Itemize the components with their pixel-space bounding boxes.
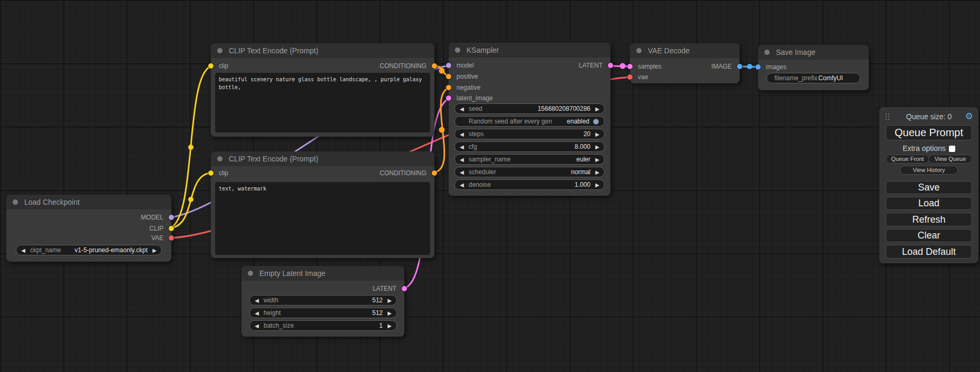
node-title-bar[interactable]: Empty Latent Image	[241, 266, 404, 281]
decrement-arrow-icon[interactable]: ◀	[16, 247, 30, 253]
collapse-dot-icon[interactable]	[636, 48, 642, 53]
negative-input-dot[interactable]	[446, 85, 451, 90]
filename-prefix-widget[interactable]: filename_prefix ComfyUI	[766, 73, 860, 83]
node-title-bar[interactable]: VAE Decode	[630, 43, 740, 58]
refresh-button[interactable]: Refresh	[886, 213, 972, 226]
prompt-textarea[interactable]: beautiful scenery nature glass bottle la…	[215, 73, 430, 132]
positive-input-dot[interactable]	[446, 74, 451, 79]
increment-arrow-icon[interactable]: ▶	[148, 247, 161, 253]
conditioning-output-dot[interactable]	[432, 63, 437, 69]
samples-input-dot[interactable]	[627, 64, 633, 69]
load-default-button[interactable]: Load Default	[886, 245, 972, 259]
link-dot-negative[interactable]	[439, 127, 445, 133]
output-model: MODEL	[6, 212, 171, 223]
random-seed-toggle-widget[interactable]: Random seed after every gen enabled	[454, 116, 605, 127]
decrement-arrow-icon[interactable]: ◀	[455, 169, 469, 175]
clear-button[interactable]: Clear	[886, 229, 972, 242]
link-dot-clip1[interactable]	[188, 145, 193, 150]
extra-options-checkbox[interactable]	[949, 146, 955, 152]
node-title-bar[interactable]: KSampler	[449, 43, 610, 58]
latent-image-input-dot[interactable]	[446, 96, 451, 101]
queue-front-button[interactable]: Queue Front	[886, 155, 929, 164]
increment-arrow-icon[interactable]: ▶	[590, 169, 604, 175]
node-title: VAE Decode	[648, 46, 690, 55]
increment-arrow-icon[interactable]: ▶	[383, 298, 396, 303]
seed-widget[interactable]: ◀ seed 156680208700286 ▶	[454, 103, 605, 114]
node-clip-encode-positive[interactable]: CLIP Text Encode (Prompt) clip CONDITION…	[211, 43, 434, 137]
image-output-dot[interactable]	[737, 64, 742, 69]
collapse-dot-icon[interactable]	[217, 48, 222, 53]
collapse-dot-icon[interactable]	[13, 199, 18, 205]
link-dot-latent[interactable]	[620, 63, 626, 69]
increment-arrow-icon[interactable]: ▶	[590, 182, 604, 188]
node-vae-decode[interactable]: VAE Decode samples IMAGE vae	[630, 43, 740, 83]
slot-row-images: images	[758, 62, 869, 72]
node-title-bar[interactable]: CLIP Text Encode (Prompt)	[211, 151, 434, 166]
latent-output-dot[interactable]	[402, 286, 407, 291]
vae-output-dot[interactable]	[169, 235, 174, 241]
increment-arrow-icon[interactable]: ▶	[383, 323, 396, 329]
queue-panel-header: Queue size: 0 ⚙	[879, 111, 978, 122]
node-empty-latent-image[interactable]: Empty Latent Image LATENT ◀ width 512 ▶ …	[241, 266, 404, 337]
node-load-checkpoint[interactable]: Load Checkpoint MODEL CLIP VAE ◀ ckpt_na…	[6, 195, 171, 262]
increment-arrow-icon[interactable]: ▶	[590, 106, 604, 112]
decrement-arrow-icon[interactable]: ◀	[250, 298, 264, 303]
collapse-dot-icon[interactable]	[217, 156, 222, 161]
output-latent: LATENT	[241, 283, 404, 294]
decrement-arrow-icon[interactable]: ◀	[455, 131, 469, 137]
extra-options-label: Extra options	[903, 144, 946, 152]
clip-input-dot[interactable]	[208, 63, 214, 69]
increment-arrow-icon[interactable]: ▶	[590, 131, 604, 137]
drag-handle-icon[interactable]	[886, 113, 890, 120]
save-button[interactable]: Save	[886, 181, 972, 194]
slot-row-model: model LATENT	[449, 60, 610, 71]
steps-widget[interactable]: ◀ steps 20 ▶	[454, 129, 605, 139]
decrement-arrow-icon[interactable]: ◀	[250, 323, 264, 329]
decrement-arrow-icon[interactable]: ◀	[250, 310, 264, 316]
decrement-arrow-icon[interactable]: ◀	[455, 106, 469, 112]
node-title-bar[interactable]: Save Image	[758, 45, 869, 60]
model-output-dot[interactable]	[169, 215, 174, 220]
increment-arrow-icon[interactable]: ▶	[590, 144, 604, 150]
width-widget[interactable]: ◀ width 512 ▶	[249, 295, 397, 306]
increment-arrow-icon[interactable]: ▶	[590, 157, 604, 163]
clip-input-dot[interactable]	[208, 170, 214, 176]
output-clip: CLIP	[6, 223, 171, 234]
cfg-widget[interactable]: ◀ cfg 8.000 ▶	[454, 141, 605, 152]
toggle-knob-icon[interactable]	[593, 119, 599, 125]
batch-size-widget[interactable]: ◀ batch_size 1 ▶	[249, 320, 397, 331]
link-dot-clip2[interactable]	[188, 197, 193, 202]
node-save-image[interactable]: Save Image images filename_prefix ComfyU…	[758, 45, 869, 90]
collapse-dot-icon[interactable]	[455, 47, 460, 53]
view-history-button[interactable]: View History	[900, 166, 958, 175]
collapse-dot-icon[interactable]	[764, 50, 770, 55]
queue-prompt-button[interactable]: Queue Prompt	[886, 125, 972, 140]
denoise-widget[interactable]: ◀ denoise 1.000 ▶	[454, 179, 605, 190]
decrement-arrow-icon[interactable]: ◀	[455, 144, 469, 150]
images-input-dot[interactable]	[755, 64, 761, 70]
conditioning-output-dot[interactable]	[432, 170, 437, 176]
node-ksampler[interactable]: KSampler model LATENT positive negative …	[449, 43, 610, 196]
decrement-arrow-icon[interactable]: ◀	[455, 182, 469, 188]
node-title-bar[interactable]: CLIP Text Encode (Prompt)	[211, 43, 434, 58]
model-input-dot[interactable]	[446, 63, 451, 68]
scheduler-widget[interactable]: ◀ scheduler normal ▶	[454, 167, 605, 177]
link-dot-image[interactable]	[747, 64, 752, 69]
height-widget[interactable]: ◀ height 512 ▶	[249, 308, 397, 318]
clip-output-dot[interactable]	[169, 226, 174, 231]
ckpt-name-widget[interactable]: ◀ ckpt_name v1-5-pruned-emaonly.ckpt ▶	[16, 245, 162, 255]
latent-output-dot[interactable]	[608, 63, 613, 68]
load-button[interactable]: Load	[886, 197, 972, 210]
increment-arrow-icon[interactable]: ▶	[383, 310, 396, 316]
slot-row-vae: vae	[630, 72, 740, 82]
decrement-arrow-icon[interactable]: ◀	[455, 157, 469, 163]
sampler-name-widget[interactable]: ◀ sampler_name euler ▶	[454, 154, 605, 165]
link-dot-positive[interactable]	[439, 68, 445, 74]
prompt-textarea[interactable]: text, watermark	[215, 182, 430, 255]
node-title-bar[interactable]: Load Checkpoint	[6, 195, 171, 209]
node-clip-encode-negative[interactable]: CLIP Text Encode (Prompt) clip CONDITION…	[211, 151, 434, 258]
vae-input-dot[interactable]	[627, 74, 633, 80]
view-queue-button[interactable]: View Queue	[928, 155, 972, 164]
settings-gear-icon[interactable]: ⚙	[965, 111, 973, 122]
collapse-dot-icon[interactable]	[248, 271, 253, 276]
